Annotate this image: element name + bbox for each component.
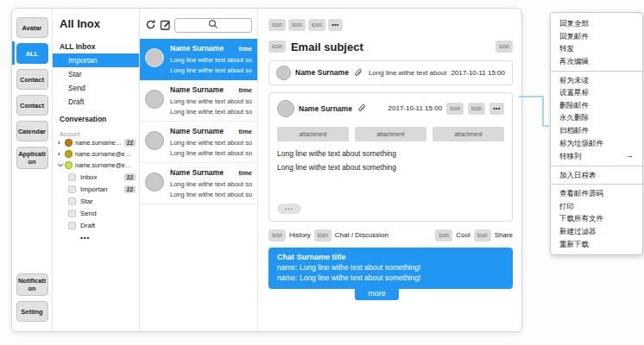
reading-pane: icon icon icon ••• icon Email subject ic… [258, 9, 521, 331]
cool-icon-button[interactable]: icon [435, 229, 452, 242]
sidebar-item-contact-1[interactable]: Contact [16, 69, 48, 90]
message-preview: Long line withe text about something [369, 69, 447, 77]
message-icon-button-2[interactable]: icon [468, 103, 485, 115]
message-icon-button-1[interactable]: icon [446, 103, 464, 115]
toolbar-icon-button-3[interactable]: icon [308, 19, 325, 31]
menu-item-delete-mail[interactable]: 删除邮件 [551, 99, 642, 112]
search-input[interactable] [174, 18, 252, 33]
menu-item-mark-spam[interactable]: 标为垃圾邮件 [551, 137, 642, 150]
menu-item-print[interactable]: 打印 [551, 200, 642, 213]
subfolder-send[interactable]: Send [53, 207, 139, 219]
chat-more-button[interactable]: more [355, 287, 399, 300]
toolbar-icon-button-2[interactable]: icon [288, 19, 306, 31]
menu-item-view-source[interactable]: 查看邮件源码 [551, 187, 642, 200]
menu-item-redownload[interactable]: 重新下载 [551, 238, 642, 251]
menu-item-reply[interactable]: 回复邮件 [551, 30, 642, 43]
folder-checkbox[interactable] [68, 222, 76, 229]
compose-icon[interactable] [160, 19, 171, 30]
menu-item-add-to-schedule[interactable]: 加入日程表 [551, 169, 642, 182]
toolbar-more-button[interactable]: ••• [328, 19, 343, 31]
account-row-expanded[interactable]: ⌵ name.surname@email.com [53, 160, 139, 171]
menu-item-forward[interactable]: 转发 [551, 42, 642, 55]
folders-panel: All Inox ALL Inbox Importan Star Send Dr… [53, 9, 140, 331]
chevron-right-icon[interactable]: › [58, 151, 65, 158]
mail-list-item[interactable]: Name Surname time Long line withe text a… [140, 39, 257, 80]
message-toolbar: icon icon icon ••• [268, 19, 513, 31]
chat-discussion-box: Chat Surname title name: Long line withe… [268, 248, 513, 289]
folder-checkbox[interactable] [68, 185, 76, 193]
message-header: Name Surname 2017-10-11 15:00 icon icon … [277, 100, 504, 117]
share-label[interactable]: Share [495, 231, 513, 239]
share-icon-button[interactable]: icon [474, 229, 491, 242]
sidebar-item-all[interactable]: ALL [16, 43, 48, 64]
account-row[interactable]: › name.surname@email.com [53, 148, 139, 160]
menu-item-new-filter[interactable]: 新建过滤器 [551, 225, 642, 238]
sidebar-item-contact-2[interactable]: Contact [16, 95, 48, 116]
account-row[interactable]: › name.surname@email.com 22 [53, 137, 139, 148]
menu-item-mark-unread[interactable]: 标为未读 [551, 74, 642, 87]
chat-icon-button[interactable]: icon [314, 229, 331, 242]
more-folders-button[interactable]: ••• [53, 231, 139, 242]
subfolder-star[interactable]: Star [53, 195, 139, 207]
menu-item-download-all[interactable]: 下载所有文件 [551, 212, 642, 225]
sender-name: Name Surname [170, 168, 239, 177]
subfolder-label: Star [80, 198, 136, 205]
attachment-button[interactable]: attachment [355, 127, 426, 141]
unread-badge: 22 [124, 139, 136, 147]
menu-item-set-star[interactable]: 设置星标 [551, 86, 642, 99]
menu-item-move-to[interactable]: 转移到 → [551, 149, 642, 162]
mail-list-item[interactable]: Name Surname time Long line withe text a… [140, 122, 257, 163]
menu-item-archive[interactable]: 归档邮件 [551, 124, 642, 137]
chevron-down-icon[interactable]: ⌵ [58, 161, 65, 168]
menu-separator [551, 184, 642, 185]
folder-checkbox[interactable] [68, 198, 76, 205]
history-label[interactable]: History [289, 231, 311, 239]
folder-item-send[interactable]: Send [53, 81, 139, 95]
folder-item-star[interactable]: Star [53, 67, 139, 81]
sidebar-item-label: Calendar [18, 128, 46, 135]
refresh-icon[interactable] [145, 19, 156, 30]
chevron-right-icon[interactable]: › [58, 140, 65, 147]
account-status-dot [65, 161, 73, 169]
sidebar-item-setting[interactable]: Setting [16, 301, 48, 322]
sidebar-item-notification[interactable]: Notification [16, 273, 48, 296]
sidebar-item-calendar[interactable]: Calendar [16, 121, 48, 141]
attachment-button[interactable]: attachment [432, 127, 504, 141]
mail-preview-line: Long line withe text about something [170, 108, 252, 116]
mail-list-item[interactable]: Name Surname time Long line withe text a… [140, 163, 257, 204]
menu-item-delete-forever[interactable]: 永久删除 [551, 111, 642, 124]
active-nav-indicator [12, 41, 15, 65]
menu-item-edit-again[interactable]: 再次编辑 [551, 55, 642, 68]
message-more-button[interactable]: ••• [489, 103, 504, 115]
message-body-line: Long line withe text about something [277, 163, 504, 172]
sidebar-item-avatar[interactable]: Avatar [16, 17, 48, 38]
account-email: name.surname@email.com [75, 162, 136, 168]
collapse-message-button[interactable]: ... [277, 204, 301, 214]
chat-discussion-label[interactable]: Chat / Discussion [335, 231, 388, 239]
subfolder-inbox[interactable]: Inbox 22 [53, 171, 139, 183]
folder-item-draft[interactable]: Draft [53, 95, 139, 109]
mail-preview-line: Long line withe text about something [170, 66, 252, 74]
cool-label[interactable]: Cool [456, 231, 470, 239]
subfolder-label: Draft [80, 222, 136, 229]
folder-checkbox[interactable] [68, 173, 76, 181]
avatar [276, 66, 291, 80]
toolbar-icon-button-1[interactable]: icon [268, 19, 286, 31]
account-email: name.surname@email.com [75, 151, 136, 157]
subject-right-icon-button[interactable]: icon [496, 41, 513, 53]
message-date: 2017-10-11 15:00 [451, 69, 505, 77]
subfolder-important[interactable]: Importan 22 [53, 183, 139, 195]
folder-checkbox[interactable] [68, 210, 76, 217]
subject-left-icon-button[interactable]: icon [268, 41, 286, 53]
history-icon-button[interactable]: icon [268, 229, 286, 242]
subfolder-draft[interactable]: Draft [53, 219, 139, 231]
sender-name: Name Surname [295, 68, 349, 77]
conversation-label: Conversation [53, 115, 139, 123]
account-status-dot [65, 139, 73, 147]
folder-item-important[interactable]: Importan [53, 53, 139, 67]
attachment-button[interactable]: attachment [277, 127, 349, 141]
collapsed-message-card[interactable]: Name Surname Long line withe text about … [268, 60, 513, 85]
mail-list-item[interactable]: Name Surname time Long line withe text a… [140, 80, 257, 122]
sidebar-item-application[interactable]: Application [16, 147, 48, 169]
menu-item-reply-all[interactable]: 回复全部 [551, 17, 642, 30]
